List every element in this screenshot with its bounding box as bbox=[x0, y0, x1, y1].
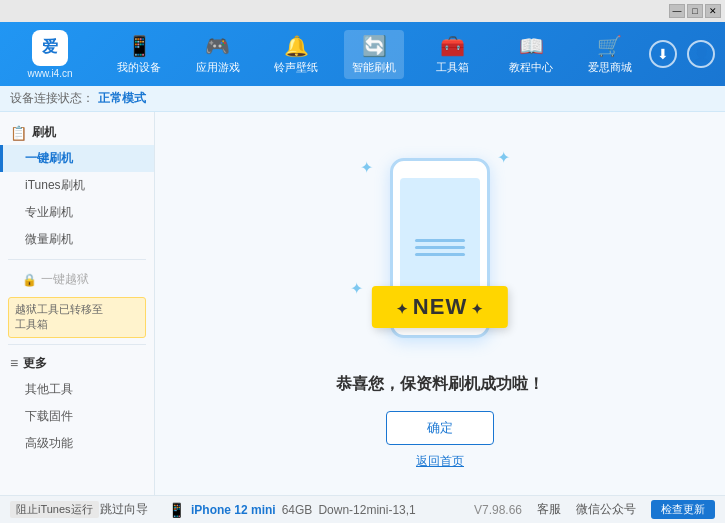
sidebar-item-jailbreak: 🔒 一键越狱 bbox=[0, 266, 154, 293]
bottom-bar: 自动跳选 跳过向导 📱 iPhone 12 mini 64GB Down-12m… bbox=[0, 495, 725, 523]
success-message: 恭喜您，保资料刷机成功啦！ bbox=[336, 374, 544, 395]
customer-service-link[interactable]: 客服 bbox=[537, 501, 561, 518]
flash-section-icon: 📋 bbox=[10, 125, 27, 141]
header-right: ⬇ 👤 bbox=[649, 40, 715, 68]
title-bar: — □ ✕ bbox=[0, 0, 725, 22]
jailbreak-info-box: 越狱工具已转移至工具箱 bbox=[8, 297, 146, 338]
sparkle-icon-1: ✦ bbox=[360, 158, 373, 177]
maximize-button[interactable]: □ bbox=[687, 4, 703, 18]
nav-ringtone-wallpaper[interactable]: 🔔 铃声壁纸 bbox=[266, 30, 326, 79]
device-phone-icon: 📱 bbox=[168, 502, 185, 518]
check-update-button[interactable]: 检查更新 bbox=[651, 500, 715, 519]
more-section-label: 更多 bbox=[23, 355, 47, 372]
sidebar-divider-2 bbox=[8, 344, 146, 345]
screen-line-2 bbox=[415, 246, 465, 249]
logo: 爱 www.i4.cn bbox=[10, 30, 90, 79]
itunes-status-bar: 阻止iTunes运行 bbox=[10, 495, 99, 523]
shop-label: 爱思商城 bbox=[588, 60, 632, 75]
sidebar-divider-1 bbox=[8, 259, 146, 260]
logo-icon: 爱 bbox=[32, 30, 68, 66]
tutorial-icon: 📖 bbox=[519, 34, 544, 58]
flash-section-label: 刷机 bbox=[32, 124, 56, 141]
version-text: V7.98.66 bbox=[474, 503, 522, 517]
sidebar-item-itunes-flash[interactable]: iTunes刷机 bbox=[0, 172, 154, 199]
content-area: ✦ ✦ ✦ NEW 恭喜您，保资料刷机成功啦！ 确定 返回首页 bbox=[155, 112, 725, 495]
toolbox-icon: 🧰 bbox=[440, 34, 465, 58]
apps-games-icon: 🎮 bbox=[205, 34, 230, 58]
flash-section-title: 📋 刷机 bbox=[0, 120, 154, 145]
logo-text-inner: 爱 bbox=[42, 37, 58, 58]
smart-flash-icon: 🔄 bbox=[362, 34, 387, 58]
title-bar-buttons[interactable]: — □ ✕ bbox=[669, 4, 721, 18]
download-button[interactable]: ⬇ bbox=[649, 40, 677, 68]
more-section-title: ≡ 更多 bbox=[0, 351, 154, 376]
device-storage: 64GB bbox=[282, 503, 313, 517]
status-bar: 设备连接状态： 正常模式 bbox=[0, 86, 725, 112]
sidebar-item-one-click-flash[interactable]: 一键刷机 bbox=[0, 145, 154, 172]
sidebar-item-other-tools[interactable]: 其他工具 bbox=[0, 376, 154, 403]
sparkle-icon-3: ✦ bbox=[350, 279, 363, 298]
nav-shop[interactable]: 🛒 爱思商城 bbox=[580, 30, 640, 79]
sidebar-item-wipe-flash[interactable]: 微量刷机 bbox=[0, 226, 154, 253]
header: 爱 www.i4.cn 📱 我的设备 🎮 应用游戏 🔔 铃声壁纸 🔄 智能刷机 … bbox=[0, 22, 725, 86]
shop-icon: 🛒 bbox=[597, 34, 622, 58]
ringtone-icon: 🔔 bbox=[284, 34, 309, 58]
nav-apps-games[interactable]: 🎮 应用游戏 bbox=[188, 30, 248, 79]
goto-homepage-link[interactable]: 返回首页 bbox=[416, 453, 464, 470]
nav-items: 📱 我的设备 🎮 应用游戏 🔔 铃声壁纸 🔄 智能刷机 🧰 工具箱 📖 教程中心… bbox=[100, 30, 649, 79]
nav-tutorial[interactable]: 📖 教程中心 bbox=[501, 30, 561, 79]
screen-line-3 bbox=[415, 253, 465, 256]
sidebar-item-pro-flash[interactable]: 专业刷机 bbox=[0, 199, 154, 226]
nav-toolbox[interactable]: 🧰 工具箱 bbox=[423, 30, 483, 79]
close-button[interactable]: ✕ bbox=[705, 4, 721, 18]
itunes-status-button[interactable]: 阻止iTunes运行 bbox=[10, 501, 99, 518]
logo-subtitle: www.i4.cn bbox=[27, 68, 72, 79]
tutorial-label: 教程中心 bbox=[509, 60, 553, 75]
user-button[interactable]: 👤 bbox=[687, 40, 715, 68]
screen-line-1 bbox=[415, 239, 465, 242]
skip-wizard-label: 跳过向导 bbox=[100, 501, 148, 518]
nav-my-device[interactable]: 📱 我的设备 bbox=[109, 30, 169, 79]
my-device-icon: 📱 bbox=[127, 34, 152, 58]
device-model: Down-12mini-13,1 bbox=[318, 503, 415, 517]
nav-smart-flash[interactable]: 🔄 智能刷机 bbox=[344, 30, 404, 79]
my-device-label: 我的设备 bbox=[117, 60, 161, 75]
main-layout: 📋 刷机 一键刷机 iTunes刷机 专业刷机 微量刷机 🔒 一键越狱 越狱工具… bbox=[0, 112, 725, 495]
apps-games-label: 应用游戏 bbox=[196, 60, 240, 75]
smart-flash-label: 智能刷机 bbox=[352, 60, 396, 75]
device-info: 📱 iPhone 12 mini 64GB Down-12mini-13,1 bbox=[168, 502, 416, 518]
device-name: iPhone 12 mini bbox=[191, 503, 276, 517]
confirm-button[interactable]: 确定 bbox=[386, 411, 494, 445]
toolbox-label: 工具箱 bbox=[436, 60, 469, 75]
status-value: 正常模式 bbox=[98, 90, 146, 107]
lock-icon: 🔒 bbox=[22, 273, 37, 287]
new-badge: NEW bbox=[372, 286, 508, 328]
success-illustration: ✦ ✦ ✦ NEW bbox=[340, 138, 540, 358]
sidebar: 📋 刷机 一键刷机 iTunes刷机 专业刷机 微量刷机 🔒 一键越狱 越狱工具… bbox=[0, 112, 155, 495]
minimize-button[interactable]: — bbox=[669, 4, 685, 18]
status-label: 设备连接状态： bbox=[10, 90, 94, 107]
ringtone-label: 铃声壁纸 bbox=[274, 60, 318, 75]
sidebar-item-download-firmware[interactable]: 下载固件 bbox=[0, 403, 154, 430]
sparkle-icon-2: ✦ bbox=[497, 148, 510, 167]
more-section-icon: ≡ bbox=[10, 355, 18, 371]
bottom-right: V7.98.66 客服 微信公众号 检查更新 bbox=[474, 500, 715, 519]
wechat-public-link[interactable]: 微信公众号 bbox=[576, 501, 636, 518]
sidebar-item-advanced[interactable]: 高级功能 bbox=[0, 430, 154, 457]
